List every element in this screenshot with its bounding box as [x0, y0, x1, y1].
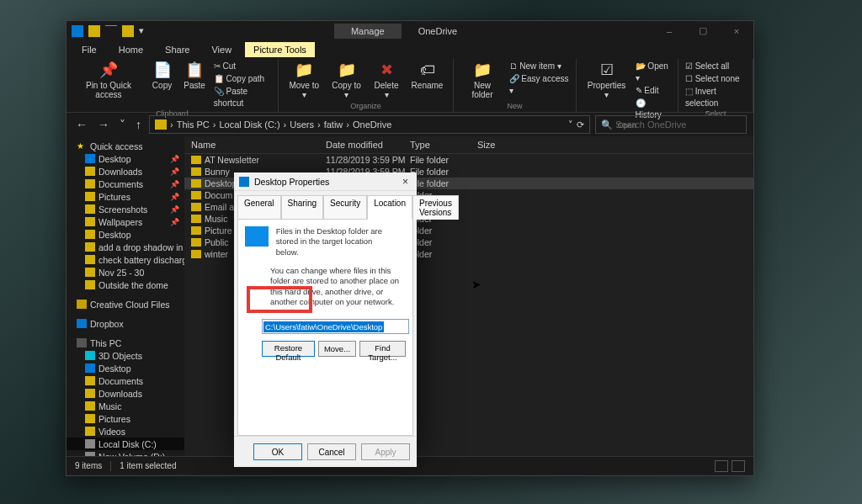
cut-button[interactable]: ✂ Cut — [214, 61, 271, 72]
column-name[interactable]: Name — [191, 140, 326, 150]
context-tab-manage[interactable]: Manage — [334, 24, 402, 39]
location-path-input[interactable]: C:\Users\fatiw\OneDrive\Desktop — [262, 319, 409, 334]
sidebar-item-dome[interactable]: Outside the dome — [67, 279, 184, 291]
navigation-pane[interactable]: ★Quick access Desktop📌 Downloads📌 Docume… — [67, 136, 184, 456]
tab-security[interactable]: Security — [323, 195, 367, 220]
rename-button[interactable]: 🏷Rename — [408, 61, 447, 92]
sidebar-item-screenshots[interactable]: Screenshots📌 — [67, 203, 184, 215]
move-to-button[interactable]: 📁Move to ▾ — [285, 61, 323, 101]
tab-sharing[interactable]: Sharing — [281, 195, 323, 220]
column-type[interactable]: Type — [410, 140, 477, 150]
maximize-button[interactable]: ▢ — [686, 21, 720, 40]
tab-view[interactable]: View — [203, 42, 240, 57]
crumb-fatiw[interactable]: fatiw — [324, 119, 343, 130]
tab-picture-tools[interactable]: Picture Tools — [245, 42, 315, 57]
tab-share[interactable]: Share — [157, 42, 198, 57]
file-row[interactable]: AT Newsletter11/28/2019 3:59 PMFile fold… — [184, 154, 753, 166]
sidebar-item-thispc[interactable]: This PC — [67, 337, 184, 349]
sidebar-item-3dobjects[interactable]: 3D Objects — [67, 349, 184, 362]
column-headers[interactable]: Name Date modified Type Size — [184, 136, 753, 154]
sidebar-item-music3[interactable]: Music — [67, 400, 184, 412]
ribbon-group-select: ☑ Select all ☐ Select none ⬚ Invert sele… — [678, 59, 753, 112]
sidebar-item-downloads3[interactable]: Downloads — [67, 387, 184, 400]
status-item-count: 9 items — [75, 461, 102, 470]
paste-shortcut-button[interactable]: 📎 Paste shortcut — [214, 86, 271, 109]
copy-path-button[interactable]: 📋 Copy path — [214, 73, 271, 85]
restore-default-button[interactable]: Restore Default — [262, 341, 315, 357]
dialog-close-button[interactable]: × — [399, 176, 412, 188]
open-button[interactable]: 📂 Open ▾ — [636, 61, 671, 84]
sidebar-item-battery[interactable]: check battery discharge rat — [67, 253, 184, 266]
tab-location[interactable]: Location — [367, 195, 412, 220]
sidebar-item-documents[interactable]: Documents📌 — [67, 178, 184, 190]
tab-previous-versions[interactable]: Previous Versions — [412, 195, 459, 220]
view-mode-buttons[interactable] — [715, 460, 745, 472]
select-none-button[interactable]: ☐ Select none — [685, 73, 746, 85]
sidebar-item-desktop3[interactable]: Desktop — [67, 362, 184, 374]
apply-button[interactable]: Apply — [361, 443, 410, 460]
crumb-onedrive[interactable]: OneDrive — [353, 119, 391, 130]
sidebar-item-newvolume[interactable]: New Volume (D:) — [67, 450, 184, 456]
sidebar-item-downloads[interactable]: Downloads📌 — [67, 165, 184, 178]
up-button[interactable]: ↑ — [133, 118, 144, 131]
copy-button[interactable]: 📄Copy — [149, 61, 175, 92]
sidebar-item-pictures3[interactable]: Pictures — [67, 412, 184, 425]
back-button[interactable]: ← — [73, 118, 90, 131]
paste-button[interactable]: 📋Paste — [180, 61, 209, 92]
recent-locations-button[interactable]: ˅ — [117, 118, 128, 131]
breadcrumb[interactable]: › This PC › Local Disk (C:) › Users › fa… — [149, 115, 590, 134]
copy-to-button[interactable]: 📁Copy to ▾ — [328, 61, 365, 101]
delete-button[interactable]: ✖Delete ▾ — [370, 61, 402, 101]
search-input[interactable]: 🔍 Search OneDrive — [595, 115, 747, 134]
easy-access-button[interactable]: 🔗 Easy access ▾ — [509, 73, 569, 97]
edit-button[interactable]: ✎ Edit — [636, 85, 671, 97]
cursor-icon: ➤ — [471, 278, 482, 291]
cancel-button[interactable]: Cancel — [307, 443, 356, 460]
tab-home[interactable]: Home — [110, 42, 152, 57]
sidebar-item-wallpapers[interactable]: Wallpapers📌 — [67, 215, 184, 228]
ribbon-group-new: 📁New folder 🗋 New item ▾ 🔗 Easy access ▾… — [454, 59, 576, 112]
tab-general[interactable]: General — [237, 195, 281, 220]
select-all-button[interactable]: ☑ Select all — [685, 61, 746, 72]
dialog-tabs: General Sharing Security Location Previo… — [234, 191, 417, 219]
refresh-button[interactable]: ⟳ — [577, 119, 584, 130]
location-description-1: Files in the Desktop folder are stored i… — [276, 226, 394, 257]
ok-button[interactable]: OK — [253, 443, 302, 460]
column-date[interactable]: Date modified — [326, 140, 410, 150]
sidebar-item-nov[interactable]: Nov 25 - 30 — [67, 266, 184, 279]
sidebar-item-localdisk[interactable]: Local Disk (C:) — [67, 438, 184, 450]
onedrive-icon — [72, 25, 83, 37]
sidebar-item-dropshadow[interactable]: add a drop shadow in Pain — [67, 241, 184, 253]
sidebar-item-dropbox[interactable]: Dropbox — [67, 317, 184, 330]
sidebar-item-documents3[interactable]: Documents — [67, 374, 184, 387]
properties-button[interactable]: ☑Properties ▾ — [583, 61, 631, 101]
crumb-this-pc[interactable]: This PC — [177, 119, 210, 130]
ribbon-group-clipboard: 📌Pin to Quick access 📄Copy 📋Paste ✂ Cut … — [67, 59, 279, 112]
titlebar[interactable]: ▾ Manage OneDrive – ▢ × — [67, 21, 753, 40]
new-folder-button[interactable]: 📁New folder — [460, 61, 503, 101]
find-target-button[interactable]: Find Target... — [359, 341, 406, 357]
move-button[interactable]: Move... — [318, 341, 356, 357]
column-size[interactable]: Size — [477, 140, 528, 150]
location-folder-icon — [245, 226, 269, 247]
pin-quick-access-button[interactable]: 📌Pin to Quick access — [73, 61, 144, 101]
tab-file[interactable]: File — [73, 42, 105, 57]
status-selected: 1 item selected — [120, 461, 176, 470]
sidebar-item-desktop2[interactable]: Desktop — [67, 228, 184, 241]
sidebar-item-videos3[interactable]: Videos — [67, 425, 184, 438]
close-button[interactable]: × — [720, 21, 753, 40]
address-bar-row: ← → ˅ ↑ › This PC › Local Disk (C:) › Us… — [67, 113, 753, 136]
properties-dialog: Desktop Properties × General Sharing Sec… — [234, 172, 417, 446]
sidebar-item-creative[interactable]: Creative Cloud Files — [67, 298, 184, 310]
minimize-button[interactable]: – — [652, 21, 686, 40]
ribbon: 📌Pin to Quick access 📄Copy 📋Paste ✂ Cut … — [67, 59, 753, 113]
sidebar-item-quick[interactable]: ★Quick access — [67, 140, 184, 152]
new-item-button[interactable]: 🗋 New item ▾ — [509, 61, 569, 72]
invert-selection-button[interactable]: ⬚ Invert selection — [685, 86, 746, 109]
dialog-titlebar[interactable]: Desktop Properties × — [234, 172, 417, 191]
crumb-local-disk[interactable]: Local Disk (C:) — [219, 119, 279, 130]
forward-button[interactable]: → — [95, 118, 112, 131]
sidebar-item-pictures[interactable]: Pictures📌 — [67, 190, 184, 203]
sidebar-item-desktop[interactable]: Desktop📌 — [67, 152, 184, 165]
crumb-users[interactable]: Users — [290, 119, 314, 130]
